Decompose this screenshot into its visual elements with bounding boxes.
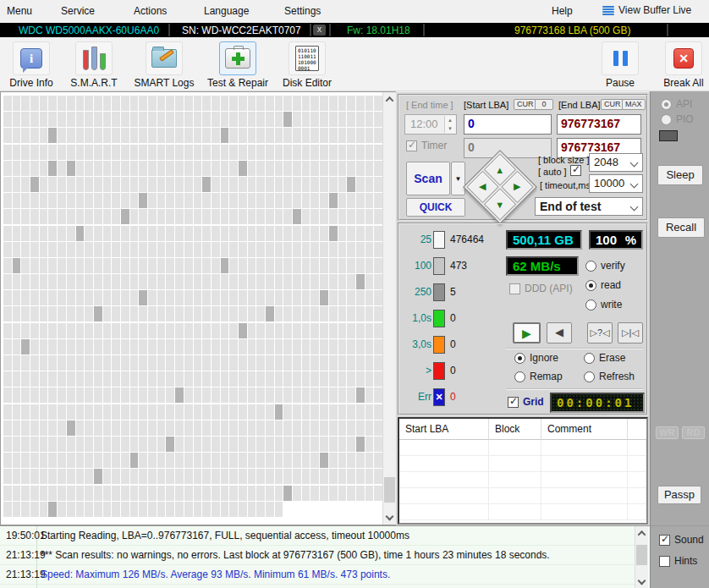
start-lba-input[interactable]: 0 bbox=[464, 114, 552, 135]
scan-block bbox=[103, 209, 112, 224]
refresh-radio[interactable]: Refresh bbox=[584, 371, 635, 382]
speed-lcd: 62 MB/s bbox=[506, 256, 579, 276]
menu-item-service[interactable]: Service bbox=[61, 5, 95, 17]
auto-checkbox[interactable] bbox=[570, 165, 581, 176]
block-size-select[interactable]: 2048 bbox=[589, 153, 643, 172]
scan-block bbox=[76, 404, 85, 420]
sound-checkbox[interactable]: Sound bbox=[659, 534, 704, 546]
verify-radio[interactable]: verify bbox=[585, 260, 625, 272]
grid-scrollbar-thumb[interactable] bbox=[384, 477, 395, 503]
scan-block bbox=[157, 437, 166, 452]
scan-block bbox=[302, 177, 311, 192]
defect-row[interactable] bbox=[399, 440, 646, 456]
wr-button[interactable]: WR bbox=[656, 426, 679, 439]
scan-block bbox=[293, 258, 301, 273]
scan-block bbox=[356, 323, 365, 338]
read-radio[interactable]: read bbox=[585, 279, 621, 291]
end-time-spinner[interactable]: 12:00 ▲▼ bbox=[404, 114, 457, 135]
start-lba-cur-button[interactable]: CUR bbox=[514, 99, 537, 110]
pause-button[interactable]: Pause bbox=[596, 41, 644, 89]
erase-radio[interactable]: Erase bbox=[584, 352, 625, 364]
remap-radio[interactable]: Remap bbox=[514, 371, 563, 382]
ignore-radio[interactable]: Ignore bbox=[514, 352, 558, 364]
defect-row[interactable] bbox=[399, 488, 646, 504]
grid-checkbox[interactable]: Grid bbox=[508, 396, 544, 408]
menu-item-settings[interactable]: Settings bbox=[284, 5, 321, 17]
log-scrollbar-thumb[interactable] bbox=[636, 545, 647, 565]
column-header-start-lba[interactable]: Start LBA bbox=[399, 419, 489, 440]
end-action-select[interactable]: End of test bbox=[535, 197, 643, 216]
divider bbox=[667, 24, 668, 36]
grid-scrollbar[interactable] bbox=[382, 92, 396, 525]
scan-block bbox=[311, 209, 319, 224]
scan-block bbox=[148, 290, 157, 305]
view-buffer-live-button[interactable]: View Buffer Live bbox=[602, 4, 691, 16]
scan-block bbox=[112, 404, 120, 420]
quick-button[interactable]: QUICK bbox=[406, 198, 465, 217]
step-back-button[interactable]: ◀ bbox=[547, 322, 572, 343]
pio-radio[interactable]: PIO bbox=[661, 113, 694, 125]
timer-checkbox[interactable]: Timer bbox=[406, 140, 447, 151]
scan-button[interactable]: Scan bbox=[406, 162, 450, 195]
rd-button[interactable]: RD bbox=[682, 426, 705, 439]
ddd-api-checkbox[interactable]: DDD (API) bbox=[509, 283, 573, 294]
scan-block bbox=[184, 112, 193, 127]
seek-question-button[interactable]: ▷?◁ bbox=[587, 322, 613, 343]
log-scrollbar[interactable] bbox=[635, 526, 648, 588]
scan-block bbox=[374, 355, 382, 371]
start-lba-zero-button[interactable]: 0 bbox=[535, 99, 553, 110]
write-radio[interactable]: write bbox=[585, 299, 622, 310]
defect-row[interactable] bbox=[399, 472, 646, 488]
scan-block bbox=[293, 290, 301, 305]
scan-block bbox=[256, 112, 265, 127]
scroll-down-icon[interactable] bbox=[635, 575, 648, 588]
scan-block bbox=[184, 469, 193, 484]
end-lba-input[interactable]: 976773167 bbox=[557, 114, 641, 135]
scan-block bbox=[356, 290, 365, 305]
menu-item-menu[interactable]: Menu bbox=[7, 5, 32, 17]
scan-block bbox=[283, 323, 292, 338]
scan-block bbox=[13, 112, 21, 127]
scan-block bbox=[85, 420, 93, 436]
scan-dropdown-button[interactable]: ▼ bbox=[451, 162, 465, 195]
scan-block bbox=[275, 486, 283, 501]
hints-checkbox[interactable]: Hints bbox=[659, 555, 697, 567]
smart-button[interactable]: S.M.A.R.T bbox=[69, 41, 118, 89]
test-repair-button[interactable]: Test & Repair bbox=[201, 41, 274, 89]
break-all-button[interactable]: ✕ Break All bbox=[660, 41, 707, 89]
scroll-up-icon[interactable] bbox=[383, 92, 396, 106]
recall-button[interactable]: Recall bbox=[657, 217, 705, 238]
menu-item-actions[interactable]: Actions bbox=[134, 5, 167, 17]
end-lba-cur-button[interactable]: CUR bbox=[601, 99, 624, 110]
drive-close-button[interactable]: x bbox=[313, 25, 326, 36]
end-lba-max-button[interactable]: MAX bbox=[622, 99, 646, 110]
column-header-block[interactable]: Block bbox=[489, 419, 541, 440]
spinner-arrows-icon[interactable]: ▲▼ bbox=[444, 116, 455, 133]
smart-logs-button[interactable]: SMART Logs bbox=[134, 41, 195, 89]
scan-block bbox=[157, 226, 166, 241]
disk-editor-button[interactable]: 0101101100111010000001 Disk Editor bbox=[279, 41, 335, 89]
api-radio[interactable]: API bbox=[661, 98, 692, 110]
scan-block bbox=[338, 306, 347, 321]
scan-block bbox=[221, 242, 229, 257]
erase-label: Erase bbox=[599, 352, 625, 364]
drive-info-button[interactable]: i Drive Info bbox=[8, 41, 55, 89]
scan-block bbox=[302, 209, 311, 224]
timeout-select[interactable]: 10000 bbox=[589, 174, 643, 193]
seek-end-button[interactable]: ▷|◁ bbox=[618, 322, 643, 343]
scroll-down-icon[interactable] bbox=[383, 511, 396, 525]
defect-row[interactable] bbox=[399, 504, 646, 520]
menu-item-language[interactable]: Language bbox=[204, 5, 249, 17]
passp-button[interactable]: Passp bbox=[657, 486, 701, 504]
column-header-comment[interactable]: Comment bbox=[541, 419, 628, 440]
scan-block bbox=[21, 502, 30, 517]
scroll-up-icon[interactable] bbox=[635, 526, 648, 540]
scan-block bbox=[202, 355, 211, 371]
menu-item-help[interactable]: Help bbox=[552, 5, 573, 17]
start-scan-button[interactable]: ▶ bbox=[513, 322, 541, 343]
defect-row[interactable] bbox=[399, 456, 646, 472]
scan-block bbox=[85, 242, 93, 257]
scan-block bbox=[365, 420, 374, 436]
sleep-button[interactable]: Sleep bbox=[657, 165, 703, 185]
scan-block bbox=[13, 274, 21, 289]
